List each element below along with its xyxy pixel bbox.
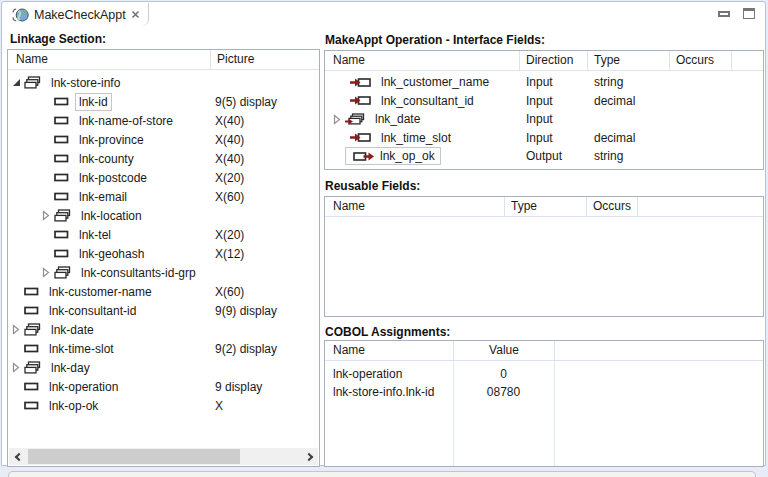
expanded-arrow-icon[interactable] bbox=[12, 78, 24, 87]
close-icon[interactable] bbox=[131, 10, 140, 19]
field-item-icon bbox=[54, 230, 69, 239]
direction-value: Input bbox=[519, 94, 587, 108]
column-header-name[interactable]: Name bbox=[325, 51, 519, 70]
application-window: MakeCheckAppt Linkage Section: Name Pict… bbox=[0, 0, 768, 477]
tree-row[interactable]: lnk-id9(5) display bbox=[8, 92, 319, 111]
field-name-cell: lnk_op_ok bbox=[325, 147, 519, 165]
table-row[interactable]: lnk_consultant_idInputdecimal bbox=[325, 92, 763, 111]
table-row[interactable]: lnk_op_okOutputstring bbox=[325, 147, 763, 166]
tree-row[interactable]: lnk-operation9 display bbox=[8, 377, 319, 396]
assignment-name: lnk-operation bbox=[325, 367, 453, 381]
table-row[interactable]: lnk_customer_nameInputstring bbox=[325, 73, 763, 92]
scroll-right-button[interactable] bbox=[301, 448, 318, 465]
tab-makecheckappt[interactable]: MakeCheckAppt bbox=[5, 3, 149, 26]
tree-row[interactable]: lnk-name-of-storeX(40) bbox=[8, 111, 319, 130]
field-item-icon bbox=[54, 154, 69, 163]
interface-fields-title: MakeAppt Operation - Interface Fields: bbox=[325, 33, 545, 47]
tree-name-cell: lnk-email bbox=[8, 188, 210, 206]
table-row[interactable]: lnk_time_slotInputdecimal bbox=[325, 129, 763, 148]
tree-row[interactable]: lnk-emailX(60) bbox=[8, 187, 319, 206]
column-header-occurs[interactable]: Occurs bbox=[586, 197, 637, 216]
view-controls bbox=[718, 8, 755, 19]
collapsed-arrow-icon[interactable] bbox=[333, 114, 345, 125]
field-item-icon bbox=[54, 192, 69, 201]
tree-row[interactable]: lnk-postcodeX(20) bbox=[8, 168, 319, 187]
tab-bar: MakeCheckAppt bbox=[2, 2, 765, 26]
direction-value: Input bbox=[519, 131, 587, 145]
picture-value: X(20) bbox=[210, 171, 319, 185]
minimize-button[interactable] bbox=[718, 11, 730, 17]
column-header-type[interactable]: Type bbox=[504, 197, 586, 216]
column-header-name[interactable]: Name bbox=[325, 197, 504, 216]
tree-row[interactable]: lnk-location bbox=[8, 206, 319, 225]
tree-row[interactable]: lnk-customer-nameX(60) bbox=[8, 282, 319, 301]
group-item-icon bbox=[54, 266, 71, 279]
tree-name-cell: lnk-op-ok bbox=[8, 397, 210, 415]
scrollbar-thumb[interactable] bbox=[28, 449, 240, 464]
tree-row[interactable]: lnk-day bbox=[8, 358, 319, 377]
collapsed-arrow-icon[interactable] bbox=[42, 267, 54, 278]
tree-row[interactable]: lnk-telX(20) bbox=[8, 225, 319, 244]
column-header-direction[interactable]: Direction bbox=[519, 51, 587, 70]
tree-name-cell: lnk-consultants-id-grp bbox=[8, 264, 210, 282]
tree-row[interactable]: lnk-consultant-id9(9) display bbox=[8, 301, 319, 320]
linkage-header: Name Picture bbox=[8, 50, 319, 70]
field-item-icon bbox=[54, 97, 69, 106]
column-header-value[interactable]: Value bbox=[453, 341, 554, 360]
picture-value: X(12) bbox=[210, 247, 319, 261]
field-name-label: lnk_time_slot bbox=[377, 129, 455, 147]
tree-row[interactable]: lnk-consultants-id-grp bbox=[8, 263, 319, 282]
tree-row[interactable]: lnk-provinceX(40) bbox=[8, 130, 319, 149]
tree-name-cell: lnk-county bbox=[8, 150, 210, 168]
horizontal-scrollbar[interactable] bbox=[9, 448, 318, 465]
tree-item-label: lnk-province bbox=[75, 131, 148, 149]
interface-fields-header: Name Direction Type Occurs bbox=[325, 51, 763, 71]
output-field-icon bbox=[353, 151, 374, 162]
table-row[interactable]: lnk-store-info.lnk-id08780 bbox=[325, 383, 763, 401]
column-header-filler bbox=[731, 51, 763, 70]
field-item-icon bbox=[54, 135, 69, 144]
tree-row[interactable]: lnk-date bbox=[8, 320, 319, 339]
collapsed-arrow-icon[interactable] bbox=[42, 210, 54, 221]
tree-item-label: lnk-tel bbox=[75, 226, 115, 244]
column-header-type[interactable]: Type bbox=[587, 51, 669, 70]
input-field-icon bbox=[350, 77, 371, 88]
column-header-name[interactable]: Name bbox=[8, 50, 210, 69]
tree-row[interactable]: lnk-store-info bbox=[8, 73, 319, 92]
cobol-assignments-header: Name Value bbox=[325, 341, 763, 361]
column-header-name[interactable]: Name bbox=[325, 341, 453, 360]
table-row[interactable]: lnk-operation0 bbox=[325, 365, 763, 383]
cobol-assignments-body: lnk-operation0lnk-store-info.lnk-id08780 bbox=[325, 361, 763, 401]
field-item-icon bbox=[24, 306, 39, 315]
picture-value: X(40) bbox=[210, 133, 319, 147]
tree-name-cell: lnk-store-info bbox=[8, 74, 210, 92]
type-value: decimal bbox=[587, 94, 669, 108]
tree-name-cell: lnk-tel bbox=[8, 226, 210, 244]
tree-name-cell: lnk-consultant-id bbox=[8, 302, 210, 320]
column-header-occurs[interactable]: Occurs bbox=[669, 51, 731, 70]
tree-item-label: lnk-county bbox=[75, 150, 138, 168]
picture-value: X(60) bbox=[210, 285, 319, 299]
tree-row[interactable]: lnk-geohashX(12) bbox=[8, 244, 319, 263]
tree-name-cell: lnk-date bbox=[8, 321, 210, 339]
tree-item-label: lnk-id bbox=[75, 93, 112, 111]
tree-name-cell: lnk-postcode bbox=[8, 169, 210, 187]
tree-name-cell: lnk-province bbox=[8, 131, 210, 149]
tree-row[interactable]: lnk-op-okX bbox=[8, 396, 319, 415]
input-field-icon bbox=[350, 95, 371, 106]
tree-row[interactable]: lnk-time-slot9(2) display bbox=[8, 339, 319, 358]
maximize-button[interactable] bbox=[743, 8, 755, 19]
collapsed-arrow-icon[interactable] bbox=[12, 324, 24, 335]
table-row[interactable]: lnk_dateInput bbox=[325, 110, 763, 129]
direction-value: Input bbox=[519, 75, 587, 89]
tree-row[interactable]: lnk-countyX(40) bbox=[8, 149, 319, 168]
reusable-fields-table: Name Type Occurs bbox=[324, 196, 764, 317]
tree-name-cell: lnk-name-of-store bbox=[8, 112, 210, 130]
scroll-left-button[interactable] bbox=[9, 448, 26, 465]
tree-item-label: lnk-date bbox=[47, 321, 98, 339]
cobol-assignments-title: COBOL Assignments: bbox=[325, 325, 450, 339]
column-header-picture[interactable]: Picture bbox=[210, 50, 319, 69]
collapsed-arrow-icon[interactable] bbox=[12, 362, 24, 373]
picture-value: X(60) bbox=[210, 190, 319, 204]
stacked-view-edge[interactable] bbox=[8, 471, 756, 477]
